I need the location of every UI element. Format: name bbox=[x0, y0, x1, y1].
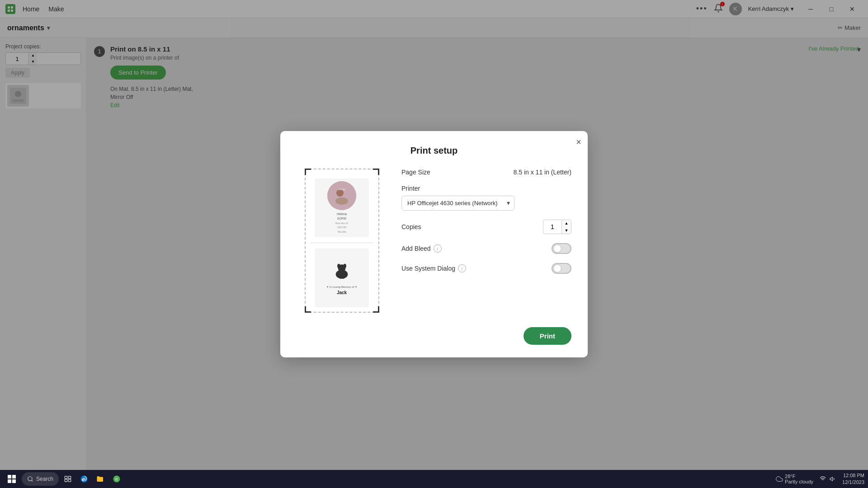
use-system-dialog-row: Use System Dialog i bbox=[401, 263, 571, 274]
use-system-dialog-toggle-knob bbox=[553, 264, 561, 272]
preview-page: photo HelenaSOFIEBorn Nov 142023 PM7lbs … bbox=[305, 169, 379, 313]
page-size-row: Page Size 8.5 in x 11 in (Letter) bbox=[401, 169, 571, 176]
copies-increment-button[interactable]: ▲ bbox=[562, 220, 571, 227]
svg-rect-24 bbox=[68, 476, 71, 479]
use-system-dialog-label: Use System Dialog bbox=[401, 265, 455, 272]
modal-close-button[interactable]: × bbox=[576, 137, 581, 146]
printer-label: Printer bbox=[401, 185, 571, 192]
svg-rect-20 bbox=[12, 479, 16, 483]
taskbar-task-view[interactable] bbox=[61, 472, 75, 486]
svg-rect-23 bbox=[65, 476, 67, 479]
copies-label: Copies bbox=[401, 223, 421, 230]
print-preview: photo HelenaSOFIEBorn Nov 142023 PM7lbs … bbox=[297, 169, 387, 313]
date-label: 12/1/2023 bbox=[842, 479, 864, 486]
svg-point-14 bbox=[343, 263, 346, 268]
weather-info: 28°F Partly cloudy bbox=[776, 474, 813, 484]
start-button[interactable] bbox=[4, 471, 20, 487]
corner-tl bbox=[305, 169, 311, 175]
corner-bl bbox=[305, 306, 311, 313]
use-system-dialog-toggle-wrapper bbox=[552, 263, 571, 274]
use-system-dialog-info-icon[interactable]: i bbox=[458, 264, 466, 272]
modal-title: Print setup bbox=[297, 145, 571, 156]
ornament-2-preview: ✦ In Loving Memory of ✦ Jack bbox=[315, 249, 369, 307]
preview-divider bbox=[310, 243, 373, 243]
page-size-label: Page Size bbox=[401, 169, 430, 176]
copies-arrows-control: ▲ ▼ bbox=[561, 220, 571, 234]
add-bleed-toggle-knob bbox=[553, 244, 561, 253]
modal-overlay: Print setup × bbox=[0, 0, 868, 488]
add-bleed-label: Add Bleed bbox=[401, 245, 431, 252]
svg-text:photo: photo bbox=[338, 188, 345, 191]
svg-point-16 bbox=[342, 272, 345, 278]
dog-icon bbox=[330, 261, 353, 283]
copies-row: Copies ▲ ▼ bbox=[401, 220, 571, 234]
svg-rect-25 bbox=[65, 479, 67, 482]
ornament-2-subtext: ✦ In Loving Memory of ✦ bbox=[326, 285, 357, 288]
printer-select-wrapper[interactable]: HP Officejet 4630 series (Network) bbox=[401, 196, 514, 211]
taskbar-right: 28°F Partly cloudy 12:08 PM 12/1/2023 bbox=[776, 472, 864, 486]
taskbar-edge-icon[interactable] bbox=[77, 472, 91, 486]
search-label: Search bbox=[36, 476, 53, 482]
svg-point-9 bbox=[335, 197, 348, 205]
use-system-dialog-toggle[interactable] bbox=[552, 263, 571, 274]
use-system-dialog-label-group: Use System Dialog i bbox=[401, 264, 466, 272]
taskbar-search[interactable]: Search bbox=[22, 472, 59, 486]
add-bleed-info-icon[interactable]: i bbox=[434, 244, 442, 253]
taskbar-time: 12:08 PM 12/1/2023 bbox=[842, 472, 864, 486]
svg-point-13 bbox=[337, 263, 340, 268]
taskbar: Search C 28°F Partly cloudy 12:08 PM 12/… bbox=[0, 470, 868, 488]
svg-line-22 bbox=[32, 480, 33, 482]
modal-settings: Page Size 8.5 in x 11 in (Letter) Printe… bbox=[401, 169, 571, 313]
ornament-1-photo: photo bbox=[327, 181, 356, 210]
taskbar-file-explorer[interactable] bbox=[93, 472, 108, 486]
printer-section: Printer HP Officejet 4630 series (Networ… bbox=[401, 185, 571, 211]
ornament-1-preview: photo HelenaSOFIEBorn Nov 142023 PM7lbs … bbox=[315, 178, 369, 237]
print-button[interactable]: Print bbox=[524, 327, 571, 345]
ornament-1-name: HelenaSOFIEBorn Nov 142023 PM7lbs 18in bbox=[335, 212, 348, 234]
svg-rect-26 bbox=[68, 479, 71, 482]
system-tray bbox=[816, 476, 840, 482]
network-icon bbox=[820, 476, 826, 482]
copies-decrement-button[interactable]: ▼ bbox=[562, 227, 571, 234]
page-size-value: 8.5 in x 11 in (Letter) bbox=[514, 169, 571, 176]
svg-marker-30 bbox=[830, 477, 832, 481]
svg-point-15 bbox=[339, 272, 342, 278]
corner-br bbox=[373, 306, 379, 313]
add-bleed-label-group: Add Bleed i bbox=[401, 244, 442, 253]
copies-control: ▲ ▼ bbox=[543, 220, 571, 234]
modal-body: photo HelenaSOFIEBorn Nov 142023 PM7lbs … bbox=[297, 169, 571, 313]
add-bleed-row: Add Bleed i bbox=[401, 243, 571, 254]
volume-icon bbox=[830, 476, 836, 482]
ornament-2-name: Jack bbox=[337, 290, 347, 295]
svg-rect-18 bbox=[12, 475, 16, 479]
corner-tr bbox=[373, 169, 379, 175]
svg-point-21 bbox=[28, 477, 32, 481]
print-setup-modal: Print setup × bbox=[280, 131, 588, 357]
copies-input[interactable] bbox=[543, 223, 561, 230]
weather-temp: 28°F bbox=[785, 474, 813, 479]
svg-text:C: C bbox=[115, 477, 118, 481]
add-bleed-toggle[interactable] bbox=[552, 243, 571, 254]
add-bleed-toggle-wrapper bbox=[552, 243, 571, 254]
taskbar-cricut-icon[interactable]: C bbox=[109, 472, 124, 486]
modal-footer: Print bbox=[297, 327, 571, 345]
svg-rect-19 bbox=[8, 479, 11, 483]
weather-desc: Partly cloudy bbox=[785, 479, 813, 484]
printer-select[interactable]: HP Officejet 4630 series (Network) bbox=[401, 196, 514, 211]
time-label: 12:08 PM bbox=[842, 472, 864, 479]
svg-rect-17 bbox=[8, 475, 11, 479]
